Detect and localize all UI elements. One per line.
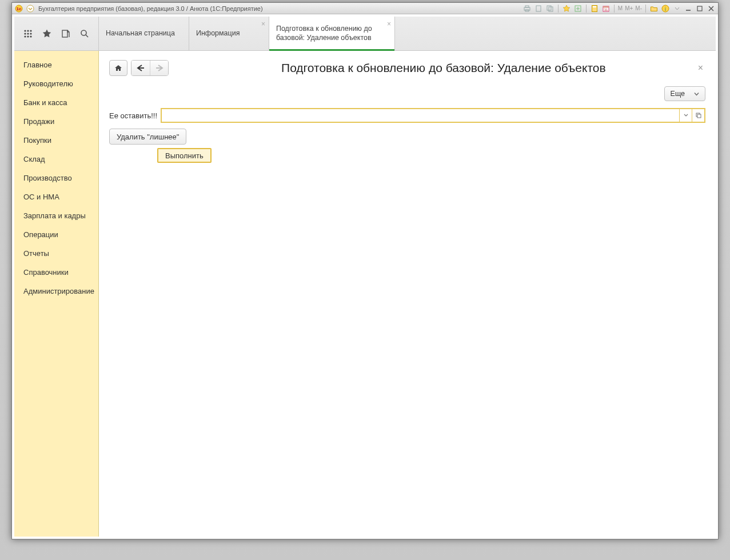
sidebar-item-label: Банк и касса <box>23 98 67 107</box>
delete-extra-button[interactable]: Удалить "лишнее" <box>109 129 186 145</box>
svg-point-24 <box>24 35 26 37</box>
tab-label: Информация <box>196 29 240 38</box>
svg-text:31: 31 <box>604 8 608 11</box>
keep-field-label: Ее оставить!!! <box>109 111 157 120</box>
sidebar-item-dictionaries[interactable]: Справочники <box>14 263 98 282</box>
sidebar-item-label: Операции <box>23 230 58 239</box>
addfav-icon[interactable] <box>573 4 583 13</box>
svg-point-19 <box>27 30 29 31</box>
svg-rect-30 <box>697 114 701 118</box>
svg-point-21 <box>24 33 26 34</box>
tab-start-page[interactable]: Начальная страница <box>99 17 189 50</box>
input-open-icon[interactable] <box>692 109 704 122</box>
sidebar-item-label: Главное <box>23 61 52 69</box>
svg-point-2 <box>27 5 34 12</box>
sidebar-item-label: Администрирование <box>23 287 94 295</box>
apps-grid-icon[interactable] <box>22 28 33 39</box>
memory-mplus[interactable]: M+ <box>625 5 633 11</box>
svg-text:1c: 1c <box>17 6 22 11</box>
info-icon[interactable]: i <box>661 4 670 13</box>
svg-point-28 <box>81 30 86 35</box>
tab-prepare-update[interactable]: Подготовка к обновлению до базовой: Удал… <box>269 17 395 50</box>
sidebar-item-manager[interactable]: Руководителю <box>14 74 98 93</box>
delete-extra-label: Удалить "лишнее" <box>117 133 179 141</box>
home-button[interactable] <box>109 60 127 76</box>
sidebar-item-bank[interactable]: Банк и касса <box>14 93 98 112</box>
svg-point-20 <box>30 30 31 31</box>
back-button[interactable] <box>131 61 150 75</box>
sidebar-item-label: Справочники <box>23 268 69 277</box>
sidebar-item-reports[interactable]: Отчеты <box>14 244 98 263</box>
toolbar-left <box>14 17 99 50</box>
sidebar-item-main[interactable]: Главное <box>14 55 98 74</box>
info-drop-icon[interactable] <box>672 4 681 13</box>
printer-icon[interactable] <box>522 4 532 13</box>
page-close-icon[interactable]: × <box>696 61 705 75</box>
tabs-bar: Начальная страница Информация × Подготов… <box>99 17 716 50</box>
svg-point-23 <box>30 33 31 34</box>
calendar-icon[interactable]: 31 <box>601 4 611 13</box>
nav-back-forward <box>131 60 169 76</box>
sidebar-item-production[interactable]: Производство <box>14 169 98 187</box>
svg-rect-6 <box>536 6 541 11</box>
sidebar-item-label: ОС и НМА <box>23 193 59 201</box>
svg-point-26 <box>30 35 31 37</box>
app-logo-icon: 1c <box>14 4 23 13</box>
svg-rect-27 <box>62 30 67 37</box>
forward-button[interactable] <box>150 61 168 75</box>
page-title: Подготовка к обновлению до базовой: Удал… <box>175 61 689 75</box>
sidebar-item-label: Отчеты <box>23 249 49 258</box>
sidebar-item-admin[interactable]: Администрирование <box>14 282 98 301</box>
document-icon[interactable] <box>534 4 543 13</box>
tab-information[interactable]: Информация × <box>189 17 269 50</box>
sidebar-item-assets[interactable]: ОС и НМА <box>14 187 98 206</box>
sidebar-item-warehouse[interactable]: Склад <box>14 150 98 169</box>
keep-field-input-wrap <box>161 108 705 123</box>
svg-text:i: i <box>665 6 667 11</box>
memory-m[interactable]: M <box>618 5 623 11</box>
sidebar-item-sales[interactable]: Продажи <box>14 112 98 131</box>
sidebar-item-salary[interactable]: Зарплата и кадры <box>14 206 98 225</box>
close-icon[interactable] <box>707 4 716 13</box>
svg-rect-4 <box>525 6 529 7</box>
favorite-icon[interactable] <box>562 4 571 13</box>
tab-label: Подготовка к обновлению до базовой: Удал… <box>276 25 381 42</box>
copy-icon[interactable] <box>545 4 555 13</box>
titlebar: 1c Бухгалтерия предприятия (базовая), ре… <box>12 3 718 14</box>
star-icon[interactable] <box>41 28 52 39</box>
sidebar-item-label: Покупки <box>23 136 51 145</box>
window-title: Бухгалтерия предприятия (базовая), редак… <box>38 5 263 12</box>
execute-label: Выполнить <box>165 151 204 160</box>
sidebar-item-label: Производство <box>23 174 72 182</box>
minimize-icon[interactable] <box>684 4 693 13</box>
sidebar-item-operations[interactable]: Операции <box>14 225 98 244</box>
history-icon[interactable] <box>61 28 71 39</box>
keep-field-input[interactable] <box>162 109 679 122</box>
sidebar-item-label: Продажи <box>23 117 54 126</box>
sidebar-item-purchases[interactable]: Покупки <box>14 131 98 150</box>
maximize-icon[interactable] <box>695 4 704 13</box>
svg-point-22 <box>27 33 29 34</box>
input-dropdown-icon[interactable] <box>679 109 692 122</box>
sidebar-item-label: Руководителю <box>23 79 73 88</box>
chevron-down-icon <box>694 91 699 97</box>
more-button-label: Еще <box>671 90 685 98</box>
calculator-icon[interactable] <box>590 4 599 13</box>
top-row: Начальная страница Информация × Подготов… <box>14 17 716 51</box>
search-icon[interactable] <box>79 28 90 39</box>
svg-rect-11 <box>593 6 596 7</box>
execute-button[interactable]: Выполнить <box>157 148 212 163</box>
svg-point-25 <box>27 35 29 37</box>
folder-icon[interactable] <box>649 4 659 13</box>
tab-close-icon[interactable]: × <box>261 20 265 28</box>
sidebar-item-label: Склад <box>23 155 45 163</box>
memory-mminus[interactable]: M- <box>635 5 642 11</box>
content-area: Подготовка к обновлению до базовой: Удал… <box>99 51 716 537</box>
tab-close-icon[interactable]: × <box>387 20 391 28</box>
titlebar-right-tools: 31 M M+ M- i <box>522 4 716 13</box>
dropdown-icon[interactable] <box>26 4 35 13</box>
sidebar-item-label: Зарплата и кадры <box>23 211 86 220</box>
svg-point-18 <box>24 30 26 31</box>
svg-rect-17 <box>697 6 702 11</box>
more-button[interactable]: Еще <box>664 86 705 101</box>
